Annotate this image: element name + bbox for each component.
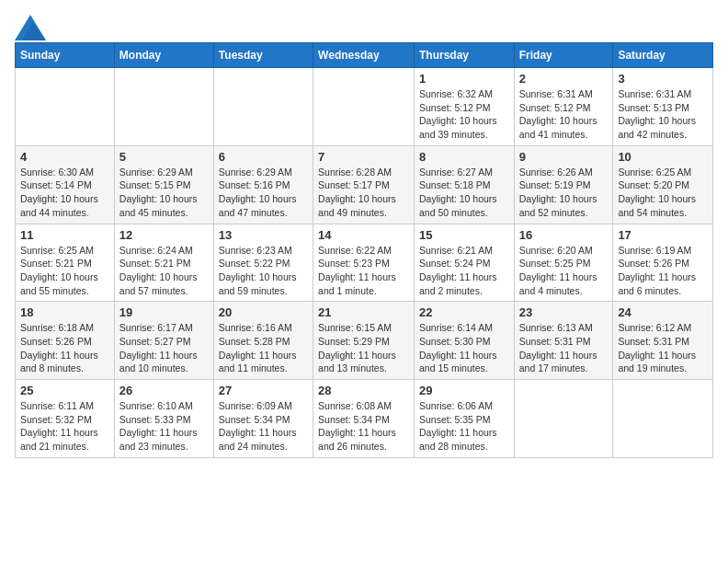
day-number: 28	[318, 384, 409, 397]
calendar-cell: 15Sunrise: 6:21 AMSunset: 5:24 PMDayligh…	[414, 224, 514, 302]
day-info: Sunrise: 6:25 AMSunset: 5:21 PMDaylight:…	[20, 244, 109, 298]
day-info: Sunrise: 6:29 AMSunset: 5:15 PMDaylight:…	[119, 166, 209, 220]
calendar-cell: 8Sunrise: 6:27 AMSunset: 5:18 PMDaylight…	[414, 145, 514, 224]
day-info: Sunrise: 6:12 AMSunset: 5:31 PMDaylight:…	[618, 321, 708, 375]
calendar-cell: 13Sunrise: 6:23 AMSunset: 5:22 PMDayligh…	[213, 224, 313, 302]
day-info: Sunrise: 6:23 AMSunset: 5:22 PMDaylight:…	[219, 244, 308, 298]
day-number: 23	[519, 305, 609, 319]
day-info: Sunrise: 6:28 AMSunset: 5:17 PMDaylight:…	[318, 166, 409, 220]
day-info: Sunrise: 6:30 AMSunset: 5:14 PMDaylight:…	[20, 166, 109, 220]
logo-icon	[15, 15, 42, 35]
day-number: 13	[219, 228, 308, 242]
day-info: Sunrise: 6:15 AMSunset: 5:29 PMDaylight:…	[318, 321, 409, 375]
day-number: 8	[419, 150, 509, 164]
calendar-cell: 28Sunrise: 6:08 AMSunset: 5:34 PMDayligh…	[313, 380, 415, 458]
day-number: 9	[519, 150, 609, 164]
day-number: 16	[519, 228, 609, 242]
day-number: 15	[419, 228, 509, 242]
calendar-cell: 12Sunrise: 6:24 AMSunset: 5:21 PMDayligh…	[114, 224, 213, 302]
calendar-cell: 26Sunrise: 6:10 AMSunset: 5:33 PMDayligh…	[114, 380, 213, 458]
calendar-cell: 22Sunrise: 6:14 AMSunset: 5:30 PMDayligh…	[414, 302, 514, 380]
weekday-header-friday: Friday	[514, 43, 613, 68]
calendar-cell: 25Sunrise: 6:11 AMSunset: 5:32 PMDayligh…	[16, 380, 115, 458]
day-number: 17	[618, 228, 708, 242]
day-info: Sunrise: 6:29 AMSunset: 5:16 PMDaylight:…	[219, 166, 308, 220]
day-info: Sunrise: 6:18 AMSunset: 5:26 PMDaylight:…	[20, 321, 109, 375]
day-number: 24	[618, 305, 708, 319]
weekday-header-wednesday: Wednesday	[313, 43, 415, 68]
calendar-cell: 6Sunrise: 6:29 AMSunset: 5:16 PMDaylight…	[213, 145, 313, 224]
calendar-cell	[114, 68, 213, 146]
calendar-cell: 19Sunrise: 6:17 AMSunset: 5:27 PMDayligh…	[114, 302, 213, 380]
calendar-cell: 24Sunrise: 6:12 AMSunset: 5:31 PMDayligh…	[613, 302, 713, 380]
weekday-header-thursday: Thursday	[414, 43, 514, 68]
calendar-cell: 11Sunrise: 6:25 AMSunset: 5:21 PMDayligh…	[16, 224, 115, 302]
calendar-cell: 3Sunrise: 6:31 AMSunset: 5:13 PMDaylight…	[613, 68, 713, 146]
day-info: Sunrise: 6:08 AMSunset: 5:34 PMDaylight:…	[318, 399, 409, 454]
logo	[15, 15, 46, 35]
calendar-cell: 17Sunrise: 6:19 AMSunset: 5:26 PMDayligh…	[613, 224, 713, 302]
day-info: Sunrise: 6:26 AMSunset: 5:19 PMDaylight:…	[519, 166, 609, 220]
calendar-cell: 1Sunrise: 6:32 AMSunset: 5:12 PMDaylight…	[414, 68, 514, 146]
day-number: 26	[119, 384, 209, 397]
day-number: 2	[519, 72, 609, 86]
calendar-cell: 14Sunrise: 6:22 AMSunset: 5:23 PMDayligh…	[313, 224, 415, 302]
calendar-cell	[613, 380, 713, 458]
day-number: 3	[618, 72, 708, 86]
calendar-cell: 18Sunrise: 6:18 AMSunset: 5:26 PMDayligh…	[16, 302, 115, 380]
day-number: 12	[119, 228, 209, 242]
day-info: Sunrise: 6:21 AMSunset: 5:24 PMDaylight:…	[419, 244, 509, 298]
day-info: Sunrise: 6:14 AMSunset: 5:30 PMDaylight:…	[419, 321, 509, 375]
calendar-cell: 7Sunrise: 6:28 AMSunset: 5:17 PMDaylight…	[313, 145, 415, 224]
calendar-cell: 16Sunrise: 6:20 AMSunset: 5:25 PMDayligh…	[514, 224, 613, 302]
day-number: 22	[419, 305, 509, 319]
day-info: Sunrise: 6:19 AMSunset: 5:26 PMDaylight:…	[618, 244, 708, 298]
day-number: 21	[318, 305, 409, 319]
page-header	[15, 15, 713, 35]
day-number: 1	[419, 72, 509, 86]
day-number: 14	[318, 228, 409, 242]
day-info: Sunrise: 6:17 AMSunset: 5:27 PMDaylight:…	[119, 321, 209, 375]
day-number: 19	[119, 305, 209, 319]
day-info: Sunrise: 6:31 AMSunset: 5:12 PMDaylight:…	[519, 87, 609, 142]
day-number: 27	[219, 384, 308, 397]
day-number: 25	[20, 384, 109, 397]
day-info: Sunrise: 6:06 AMSunset: 5:35 PMDaylight:…	[419, 399, 509, 454]
weekday-header-saturday: Saturday	[613, 43, 713, 68]
day-info: Sunrise: 6:16 AMSunset: 5:28 PMDaylight:…	[219, 321, 308, 375]
calendar-table: SundayMondayTuesdayWednesdayThursdayFrid…	[15, 42, 713, 458]
calendar-cell: 10Sunrise: 6:25 AMSunset: 5:20 PMDayligh…	[613, 145, 713, 224]
calendar-cell: 20Sunrise: 6:16 AMSunset: 5:28 PMDayligh…	[213, 302, 313, 380]
calendar-cell: 23Sunrise: 6:13 AMSunset: 5:31 PMDayligh…	[514, 302, 613, 380]
calendar-cell: 9Sunrise: 6:26 AMSunset: 5:19 PMDaylight…	[514, 145, 613, 224]
day-number: 11	[20, 228, 109, 242]
weekday-header-sunday: Sunday	[16, 43, 115, 68]
calendar-cell: 4Sunrise: 6:30 AMSunset: 5:14 PMDaylight…	[16, 145, 115, 224]
calendar-week-1: 1Sunrise: 6:32 AMSunset: 5:12 PMDaylight…	[16, 68, 713, 146]
day-number: 20	[219, 305, 308, 319]
calendar-week-4: 18Sunrise: 6:18 AMSunset: 5:26 PMDayligh…	[16, 302, 713, 380]
day-info: Sunrise: 6:25 AMSunset: 5:20 PMDaylight:…	[618, 166, 708, 220]
day-number: 4	[20, 150, 109, 164]
day-info: Sunrise: 6:10 AMSunset: 5:33 PMDaylight:…	[119, 399, 209, 454]
day-info: Sunrise: 6:31 AMSunset: 5:13 PMDaylight:…	[618, 87, 708, 142]
calendar-cell	[313, 68, 415, 146]
day-info: Sunrise: 6:11 AMSunset: 5:32 PMDaylight:…	[20, 399, 109, 454]
day-info: Sunrise: 6:32 AMSunset: 5:12 PMDaylight:…	[419, 87, 509, 142]
calendar-cell: 21Sunrise: 6:15 AMSunset: 5:29 PMDayligh…	[313, 302, 415, 380]
calendar-header-row: SundayMondayTuesdayWednesdayThursdayFrid…	[16, 43, 713, 68]
calendar-cell	[16, 68, 115, 146]
day-number: 5	[119, 150, 209, 164]
calendar-week-3: 11Sunrise: 6:25 AMSunset: 5:21 PMDayligh…	[16, 224, 713, 302]
calendar-cell: 27Sunrise: 6:09 AMSunset: 5:34 PMDayligh…	[213, 380, 313, 458]
weekday-header-tuesday: Tuesday	[213, 43, 313, 68]
calendar-week-2: 4Sunrise: 6:30 AMSunset: 5:14 PMDaylight…	[16, 145, 713, 224]
day-info: Sunrise: 6:27 AMSunset: 5:18 PMDaylight:…	[419, 166, 509, 220]
day-info: Sunrise: 6:22 AMSunset: 5:23 PMDaylight:…	[318, 244, 409, 298]
day-number: 7	[318, 150, 409, 164]
day-info: Sunrise: 6:09 AMSunset: 5:34 PMDaylight:…	[219, 399, 308, 454]
day-number: 29	[419, 384, 509, 397]
calendar-week-5: 25Sunrise: 6:11 AMSunset: 5:32 PMDayligh…	[16, 380, 713, 458]
calendar-cell	[514, 380, 613, 458]
calendar-cell: 29Sunrise: 6:06 AMSunset: 5:35 PMDayligh…	[414, 380, 514, 458]
